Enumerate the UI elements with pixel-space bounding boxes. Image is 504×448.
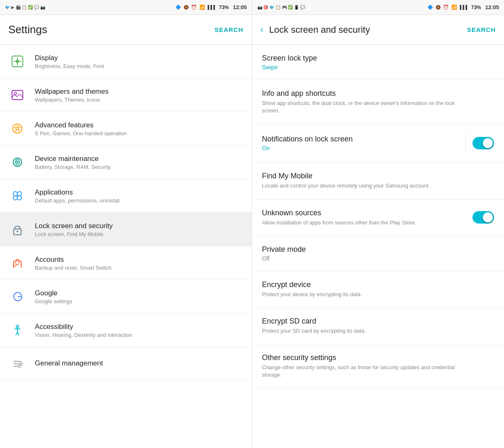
left-battery: 73% — [219, 5, 229, 10]
unknown-sources-toggle-knob — [483, 212, 493, 222]
right-battery: 73% — [471, 5, 481, 10]
other-security-subtitle: Change other security settings, such as … — [262, 364, 461, 379]
notifications-toggle[interactable] — [472, 137, 494, 149]
right-panel: ‹ Lock screen and security SEARCH Screen… — [252, 15, 504, 448]
display-text: Display Brightness, Easy mode, Font — [35, 54, 104, 69]
right-bluetooth: 🔷 — [427, 5, 433, 10]
apps-icon — [8, 187, 27, 205]
find-mobile-title: Find My Mobile — [262, 172, 430, 180]
general-icon — [8, 355, 27, 373]
right-item-screen-lock-type[interactable]: Screen lock type Swipe — [252, 45, 504, 80]
settings-search-button[interactable]: SEARCH — [215, 26, 243, 33]
settings-list: Display Brightness, Easy mode, Font Wall… — [0, 45, 252, 448]
right-item-unknown-sources[interactable]: Unknown sources Allow installation of ap… — [252, 200, 504, 236]
private-mode-text: Private mode Off — [262, 245, 306, 262]
right-status-icons: 📷 🎯 🐦 📋 🎮 ✅ 📱 💬 — [257, 5, 305, 10]
private-mode-value: Off — [262, 255, 306, 262]
unknown-sources-toggle[interactable] — [472, 211, 494, 224]
settings-item-wallpapers[interactable]: Wallpapers and themes Wallpapers, Themes… — [0, 78, 252, 112]
info-shortcuts-title: Info and app shortcuts — [262, 89, 461, 98]
unknown-sources-text: Unknown sources Allow installation of ap… — [262, 209, 416, 226]
info-shortcuts-subtitle: Show app shortcuts, the dual clock, or t… — [262, 100, 461, 114]
other-security-text: Other security settings Change other sec… — [262, 353, 461, 379]
left-status-icons: 🐦 ▶ 🎬 📋 ✅ 💬 📷 — [5, 5, 45, 10]
svg-point-10 — [17, 196, 22, 200]
screen-lock-type-value: Swipe — [262, 64, 317, 71]
settings-item-lockscreen[interactable]: Lock screen and security Lock screen, Fi… — [0, 213, 252, 246]
right-header: ‹ Lock screen and security — [260, 24, 467, 35]
right-search-button[interactable]: SEARCH — [467, 26, 496, 33]
right-settings-list: Screen lock type Swipe Info and app shor… — [252, 45, 504, 448]
left-panel: Settings SEARCH Display Brightness, Easy… — [0, 15, 252, 448]
advanced-text: Advanced features S Pen, Games, One-hand… — [35, 121, 127, 136]
accessibility-icon — [8, 321, 27, 339]
encrypt-sd-title: Encrypt SD card — [262, 317, 366, 326]
svg-line-18 — [17, 332, 19, 335]
general-title: General management — [35, 359, 103, 368]
settings-item-accounts[interactable]: Accounts Backup and reset, Smart Switch — [0, 246, 252, 280]
svg-point-23 — [18, 365, 21, 368]
back-button[interactable]: ‹ — [260, 24, 263, 35]
svg-point-6 — [17, 161, 19, 163]
google-title: Google — [35, 289, 72, 297]
accessibility-subtitle: Vision, Hearing, Dexterity and interacti… — [35, 332, 132, 338]
encrypt-device-text: Encrypt device Protect your device by en… — [262, 280, 362, 298]
right-item-other-security[interactable]: Other security settings Change other sec… — [252, 344, 504, 388]
svg-point-8 — [17, 192, 22, 196]
encrypt-device-title: Encrypt device — [262, 280, 362, 289]
svg-rect-2 — [12, 90, 23, 100]
left-alarm-icon: ⏰ — [191, 5, 197, 10]
settings-item-google[interactable]: Google Google settings — [0, 280, 252, 314]
encrypt-sd-subtitle: Protect your SD card by encrypting its d… — [262, 327, 366, 335]
status-bar-right: 📷 🎯 🐦 📋 🎮 ✅ 📱 💬 🔷 🔕 ⏰ 📶 ▌▌▌ 73% 12:05 — [252, 0, 504, 15]
unknown-sources-toggle-area — [472, 211, 494, 224]
settings-title: Settings — [8, 23, 47, 36]
notifications-toggle-knob — [483, 138, 493, 148]
right-time: 12:05 — [485, 4, 499, 10]
settings-item-apps[interactable]: Applications Default apps, permissions, … — [0, 179, 252, 213]
apps-title: Applications — [35, 188, 120, 197]
left-bluetooth-icon: 🔷 — [175, 5, 181, 10]
other-security-title: Other security settings — [262, 353, 461, 362]
encrypt-device-subtitle: Protect your device by encrypting its da… — [262, 291, 362, 298]
google-subtitle: Google settings — [35, 298, 72, 304]
settings-item-advanced[interactable]: Advanced features S Pen, Games, One-hand… — [0, 112, 252, 146]
settings-item-display[interactable]: Display Brightness, Easy mode, Font — [0, 45, 252, 78]
right-item-encrypt-device[interactable]: Encrypt device Protect your device by en… — [252, 271, 504, 308]
info-shortcuts-text: Info and app shortcuts Show app shortcut… — [262, 89, 461, 114]
wallpapers-text: Wallpapers and themes Wallpapers, Themes… — [35, 88, 109, 103]
apps-text: Applications Default apps, permissions, … — [35, 188, 120, 204]
left-sound-icon: 🔕 — [184, 5, 189, 10]
status-bar-left: 🐦 ▶ 🎬 📋 ✅ 💬 📷 🔷 🔕 ⏰ 📶 ▌▌▌ 73% 12:05 — [0, 0, 252, 15]
right-item-private-mode[interactable]: Private mode Off — [252, 236, 504, 271]
lockscreen-title: Lock screen and security — [35, 222, 113, 230]
right-item-notifications[interactable]: Notifications on lock screen On — [252, 124, 504, 163]
device-subtitle: Battery, Storage, RAM, Security — [35, 164, 111, 170]
right-panel-title: Lock screen and security — [269, 24, 467, 35]
accounts-subtitle: Backup and reset, Smart Switch — [35, 265, 111, 271]
display-icon — [8, 52, 27, 71]
find-mobile-subtitle: Locate and control your device remotely … — [262, 182, 430, 190]
right-signal: ▌▌▌ — [460, 5, 468, 10]
notifications-text: Notifications on lock screen On — [262, 135, 353, 151]
settings-item-accessibility[interactable]: Accessibility Vision, Hearing, Dexterity… — [0, 314, 252, 347]
main-content: Settings SEARCH Display Brightness, Easy… — [0, 15, 504, 448]
unknown-sources-title: Unknown sources — [262, 209, 416, 217]
lockscreen-subtitle: Lock screen, Find My Mobile — [35, 231, 113, 237]
svg-point-12 — [17, 231, 18, 232]
right-item-encrypt-sd[interactable]: Encrypt SD card Protect your SD card by … — [252, 308, 504, 344]
advanced-subtitle: S Pen, Games, One-handed operation — [35, 130, 127, 136]
accounts-icon — [8, 254, 27, 272]
lock-icon — [8, 220, 27, 239]
right-item-find-mobile[interactable]: Find My Mobile Locate and control your d… — [252, 163, 504, 199]
right-item-info-shortcuts[interactable]: Info and app shortcuts Show app shortcut… — [252, 80, 504, 124]
settings-item-general[interactable]: General management — [0, 347, 252, 381]
accessibility-title: Accessibility — [35, 323, 132, 331]
wallpapers-subtitle: Wallpapers, Themes, Icons — [35, 97, 109, 103]
general-text: General management — [35, 359, 103, 368]
svg-line-17 — [16, 332, 17, 335]
svg-point-7 — [13, 192, 17, 196]
advanced-icon — [8, 119, 27, 138]
svg-point-13 — [16, 261, 19, 265]
settings-item-device[interactable]: Device maintenance Battery, Storage, RAM… — [0, 146, 252, 179]
